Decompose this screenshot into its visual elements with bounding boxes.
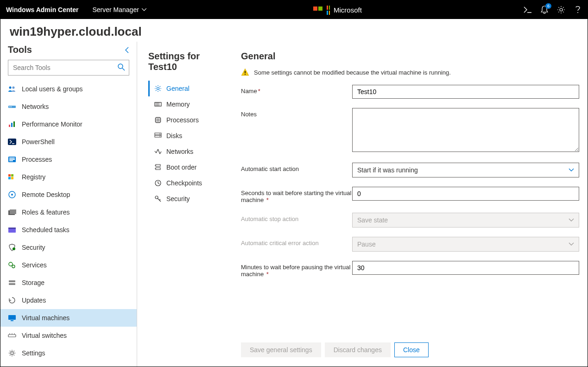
tool-label: Processes <box>22 156 52 163</box>
tool-item-powershell[interactable]: PowerShell <box>0 133 137 151</box>
svg-point-1 <box>118 64 123 69</box>
tool-item-services[interactable]: Services <box>0 256 137 274</box>
label-seconds-wait: Seconds to wait before starting the virt… <box>241 187 352 203</box>
tool-item-remote-desktop[interactable]: Remote Desktop <box>0 186 137 203</box>
tool-item-settings[interactable]: Settings <box>0 344 137 362</box>
help-icon[interactable] <box>574 6 582 14</box>
microsoft-logo-icon <box>313 6 323 13</box>
settings-nav-networks[interactable]: Networks <box>148 144 227 159</box>
tool-item-networks[interactable]: Networks <box>0 98 137 115</box>
search-input[interactable] <box>8 60 129 76</box>
topbar: Windows Admin Center Server Manager Micr… <box>0 0 588 19</box>
rdp-icon <box>8 190 16 199</box>
svg-rect-43 <box>156 118 160 122</box>
svg-point-37 <box>11 352 13 354</box>
settings-nav-boot-order[interactable]: Boot order <box>148 159 227 175</box>
save-button[interactable]: Save general settings <box>241 342 321 357</box>
notifications-icon[interactable]: 6 <box>540 6 549 14</box>
roles-icon <box>8 208 16 216</box>
svg-rect-53 <box>155 133 161 135</box>
powershell-console-icon[interactable] <box>524 6 532 14</box>
services-icon <box>8 261 16 269</box>
tool-item-registry[interactable]: Registry <box>0 168 137 186</box>
tool-item-scheduled-tasks[interactable]: Scheduled tasks <box>0 221 137 239</box>
nav-label: Checkpoints <box>166 179 202 187</box>
tool-item-local-users-groups[interactable]: Local users & groups <box>0 80 137 98</box>
svg-rect-19 <box>11 177 13 179</box>
settings-nav-general[interactable]: General <box>148 81 227 96</box>
tool-item-virtual-switches[interactable]: Virtual switches <box>0 327 137 344</box>
svg-point-7 <box>11 107 12 108</box>
disk-icon <box>154 132 162 139</box>
tool-item-roles-features[interactable]: Roles & features <box>0 203 137 221</box>
svg-rect-18 <box>8 177 11 179</box>
svg-line-2 <box>122 68 125 70</box>
label-notes: Notes <box>241 108 352 118</box>
tool-label: Virtual switches <box>22 332 67 339</box>
tool-item-performance-monitor[interactable]: Performance Monitor <box>0 115 137 133</box>
ms-text: Microsoft <box>334 6 362 14</box>
svg-point-4 <box>13 87 15 89</box>
clock-icon <box>154 179 162 187</box>
discard-button[interactable]: Discard changes <box>325 342 391 357</box>
svg-point-64 <box>245 74 246 75</box>
nav-label: General <box>166 85 190 92</box>
nav-label: Networks <box>166 148 193 155</box>
tools-search <box>8 60 129 76</box>
main-area: Settings for Test10 GeneralMemoryProcess… <box>137 42 588 367</box>
storage-icon <box>8 278 16 287</box>
chevron-down-icon <box>569 168 574 172</box>
warning-text: Some settings cannot be modified because… <box>254 69 451 76</box>
collapse-tools-icon[interactable] <box>125 46 129 54</box>
tool-label: Services <box>22 261 47 269</box>
name-input[interactable] <box>352 85 579 99</box>
close-button[interactable]: Close <box>394 342 429 357</box>
svg-rect-13 <box>9 158 15 158</box>
svg-point-28 <box>12 265 15 268</box>
ms-brand: Microsoft <box>151 5 524 15</box>
settings-nav-disks[interactable]: Disks <box>148 128 227 144</box>
registry-icon <box>8 173 16 181</box>
chevron-down-icon <box>569 218 574 222</box>
tool-label: Settings <box>22 349 45 357</box>
cpu-icon <box>154 116 162 124</box>
warning-icon <box>241 68 249 76</box>
svg-rect-57 <box>156 165 160 166</box>
host-name: win19hyper.cloud.local <box>0 19 588 42</box>
svg-point-3 <box>9 87 12 89</box>
svg-rect-25 <box>8 228 16 229</box>
tool-label: Security <box>22 244 45 251</box>
nav-label: Memory <box>166 101 190 108</box>
settings-nav-processors[interactable]: Processors <box>148 112 227 128</box>
process-icon <box>8 155 16 164</box>
tool-item-security[interactable]: Security <box>0 239 137 256</box>
svg-rect-32 <box>11 320 13 321</box>
brand-link[interactable]: Windows Admin Center <box>6 6 88 13</box>
tool-item-storage[interactable]: Storage <box>0 274 137 291</box>
auto-start-select[interactable]: Start if it was running <box>352 163 579 177</box>
settings-gear-icon[interactable] <box>557 6 565 14</box>
boot-icon <box>154 164 162 171</box>
form-heading: General <box>241 51 582 62</box>
tool-label: Scheduled tasks <box>22 226 70 234</box>
menu-label: Server Manager <box>92 6 139 13</box>
key-icon <box>154 195 162 202</box>
svg-rect-10 <box>13 121 15 127</box>
ps-icon <box>8 138 16 146</box>
users-icon <box>8 85 16 93</box>
chart-icon <box>8 120 16 128</box>
tool-item-virtual-machines[interactable]: Virtual machines <box>0 309 137 327</box>
svg-rect-31 <box>8 315 16 320</box>
search-icon[interactable] <box>117 63 126 71</box>
tool-item-updates[interactable]: Updates <box>0 291 137 309</box>
settings-nav-security[interactable]: Security <box>148 191 227 207</box>
server-manager-menu[interactable]: Server Manager <box>88 6 151 13</box>
settings-nav-checkpoints[interactable]: Checkpoints <box>148 175 227 191</box>
seconds-wait-input[interactable] <box>352 187 579 201</box>
svg-rect-15 <box>9 160 13 161</box>
tool-item-processes[interactable]: Processes <box>0 151 137 168</box>
minutes-wait-input[interactable] <box>352 261 579 275</box>
notes-input[interactable] <box>352 108 579 152</box>
settings-nav-memory[interactable]: Memory <box>148 96 227 112</box>
nav-label: Security <box>166 195 190 202</box>
